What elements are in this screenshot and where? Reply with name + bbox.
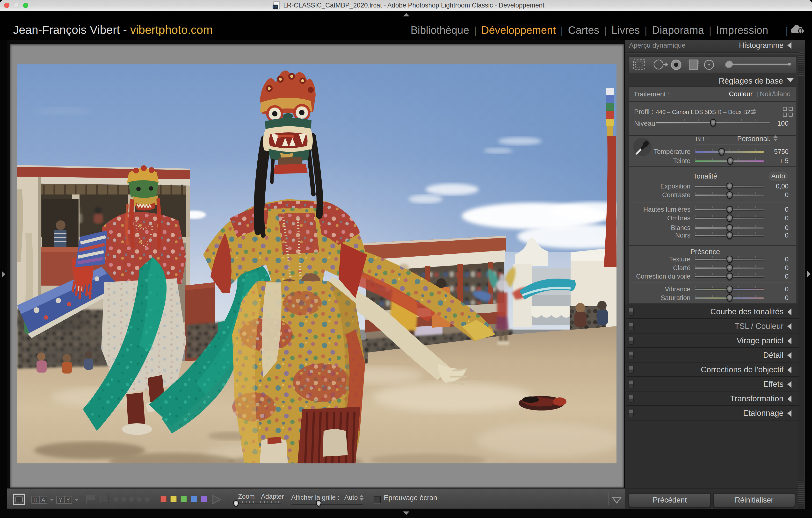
svg-text:Lrc: Lrc: [273, 5, 277, 8]
